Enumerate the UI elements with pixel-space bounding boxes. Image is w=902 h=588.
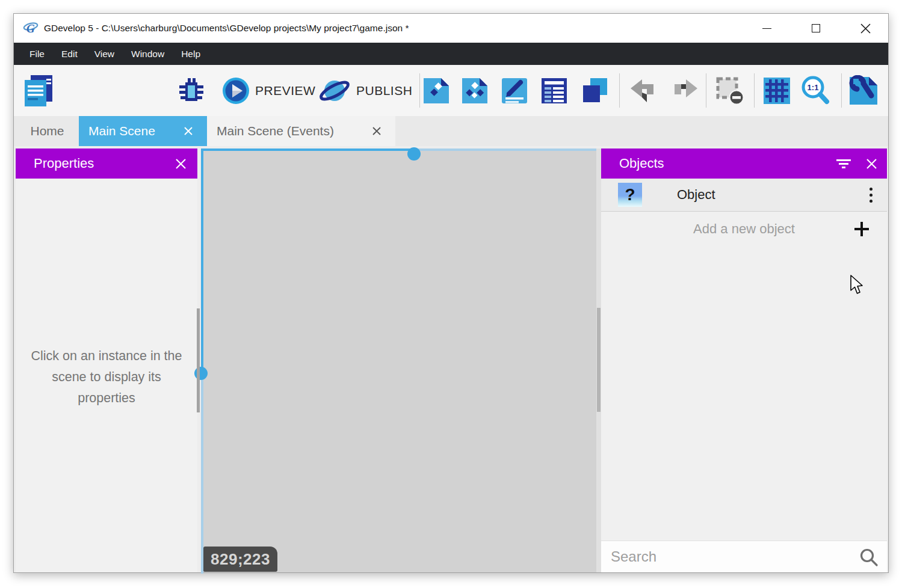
add-object-button[interactable] — [848, 212, 875, 245]
tab-label: Home — [30, 124, 64, 138]
menu-window[interactable]: Window — [123, 43, 173, 65]
objects-panel-header: Objects — [601, 149, 887, 179]
deselect-mask-icon — [715, 76, 744, 105]
panel-edge-line — [414, 149, 601, 151]
window-title: GDevelop 5 - C:\Users\charburg\Documents… — [44, 23, 409, 34]
object-name: Object — [677, 187, 715, 203]
panel-edge-line — [201, 149, 203, 373]
properties-close-button[interactable] — [168, 149, 193, 179]
tab-main-scene[interactable]: Main Scene — [79, 116, 207, 146]
undo-icon — [628, 78, 660, 103]
panel-edge-line — [201, 373, 203, 574]
edit-pencil-icon — [501, 77, 528, 105]
gdevelop-window: G GDevelop 5 - C:\Users\charburg\Documen… — [13, 13, 889, 573]
debugger-button[interactable] — [177, 65, 206, 116]
close-icon — [860, 23, 871, 34]
close-button[interactable] — [851, 14, 880, 43]
preview-play-icon — [222, 77, 250, 105]
window-controls — [752, 14, 888, 43]
object-list-item[interactable]: ? Object — [601, 179, 887, 212]
svg-text:G: G — [26, 22, 35, 35]
minimize-button[interactable] — [752, 14, 781, 43]
maximize-button[interactable] — [802, 14, 830, 43]
properties-empty-message: Click on an instance in the scene to dis… — [29, 346, 184, 409]
tab-main-scene-events[interactable]: Main Scene (Events) — [207, 116, 395, 146]
toolbar: PREVIEW PUBLISH — [14, 65, 888, 116]
objects-search-bar — [601, 541, 887, 572]
properties-panel-header: Properties — [16, 149, 197, 179]
menu-edit[interactable]: Edit — [53, 43, 86, 65]
close-icon — [184, 126, 193, 136]
publish-button[interactable]: PUBLISH — [318, 65, 412, 116]
close-icon — [175, 158, 187, 170]
panel-edge-line — [201, 149, 414, 151]
toolbar-separator — [419, 73, 420, 108]
objects-close-button[interactable] — [859, 149, 883, 179]
objects-panel-title: Objects — [619, 156, 664, 171]
properties-panel-title: Properties — [34, 156, 94, 171]
export-scene-icon — [422, 77, 450, 105]
project-manager-button[interactable] — [22, 65, 55, 116]
redo-button[interactable] — [669, 65, 700, 116]
toolbar-separator — [754, 73, 755, 108]
zoom-1-1-icon: 1:1 — [800, 75, 831, 106]
project-manager-icon — [22, 74, 55, 108]
scene-settings-button[interactable] — [848, 65, 879, 116]
instances-list-icon — [540, 77, 568, 105]
toolbar-separator — [619, 73, 620, 108]
tab-close-button[interactable] — [182, 124, 195, 138]
instances-list-button[interactable] — [540, 65, 568, 116]
objects-panel: Objects ? — [601, 149, 887, 572]
layers-editor-button[interactable] — [580, 65, 609, 116]
minimize-icon — [762, 28, 771, 29]
add-object-row[interactable]: Add a new object — [601, 212, 887, 245]
preview-label: PREVIEW — [255, 84, 315, 98]
menu-help[interactable]: Help — [173, 43, 209, 65]
objects-editor-button[interactable] — [461, 65, 489, 116]
publish-label: PUBLISH — [356, 84, 412, 98]
properties-panel: Properties Click on an instance in the s… — [16, 149, 197, 572]
object-thumbnail-question-icon: ? — [618, 183, 642, 207]
add-object-label: Add a new object — [693, 221, 795, 237]
toolbar-separator — [706, 73, 706, 108]
titlebar: G GDevelop 5 - C:\Users\charburg\Documen… — [14, 14, 888, 43]
svg-text:1:1: 1:1 — [808, 83, 819, 92]
maximize-icon — [812, 24, 820, 32]
panel-drag-handle[interactable] — [407, 147, 421, 161]
objects-cubes-icon — [461, 77, 489, 105]
properties-panel-body: Click on an instance in the scene to dis… — [16, 179, 197, 572]
preview-button[interactable]: PREVIEW — [222, 65, 315, 116]
canvas-vertical-scrollbar[interactable] — [597, 308, 601, 412]
search-icon — [859, 548, 879, 569]
tab-close-button[interactable] — [370, 124, 383, 138]
edit-scene-properties-button[interactable] — [501, 65, 528, 116]
grid-icon — [762, 76, 792, 106]
objects-filter-button[interactable] — [832, 149, 856, 179]
plus-icon — [854, 221, 870, 237]
clear-selection-button[interactable] — [715, 65, 744, 116]
scene-properties-wrench-icon — [848, 75, 879, 106]
layers-icon — [580, 77, 609, 105]
publish-globe-icon — [318, 75, 351, 106]
object-menu-kebab-icon[interactable] — [870, 186, 873, 204]
gdevelop-logo-icon: G — [23, 20, 39, 36]
search-input[interactable] — [601, 541, 887, 572]
toolbar-separator — [841, 73, 842, 108]
redo-icon — [669, 78, 700, 103]
tab-bar: Home Main Scene Main Scene (Events) — [14, 116, 888, 146]
desktop: G GDevelop 5 - C:\Users\charburg\Documen… — [0, 0, 902, 588]
export-scene-button[interactable] — [422, 65, 450, 116]
menu-view[interactable]: View — [86, 43, 123, 65]
canvas-vertical-scrollbar[interactable] — [197, 308, 200, 412]
menu-bar: File Edit View Window Help — [14, 43, 888, 65]
editor-content: Properties Click on an instance in the s… — [14, 146, 888, 572]
toggle-grid-button[interactable] — [762, 65, 792, 116]
tab-home[interactable]: Home — [16, 116, 79, 146]
cursor-coordinates-badge: 829;223 — [203, 547, 277, 572]
close-icon — [866, 158, 877, 170]
scene-canvas[interactable] — [203, 149, 596, 572]
menu-file[interactable]: File — [21, 43, 53, 65]
zoom-original-button[interactable]: 1:1 — [800, 65, 831, 116]
filter-icon — [836, 158, 851, 170]
undo-button[interactable] — [628, 65, 660, 116]
